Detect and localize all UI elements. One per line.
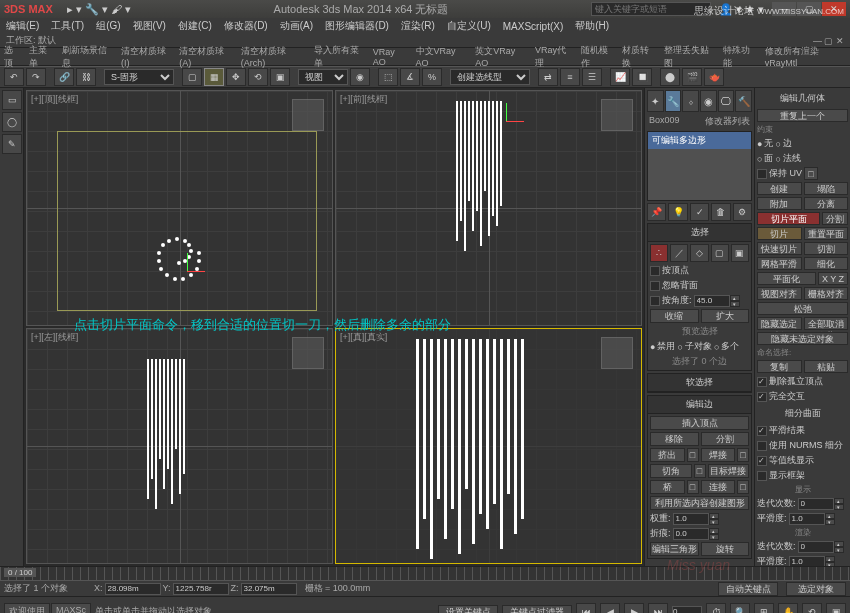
display-tab[interactable]: 🖵 <box>718 90 735 112</box>
detach-button[interactable]: 分离 <box>804 197 849 210</box>
frame-input[interactable] <box>672 606 702 614</box>
render-setup-button[interactable]: 🎬 <box>682 68 702 86</box>
make-planar-button[interactable]: 平面化 <box>757 272 816 285</box>
select-button[interactable]: ▢ <box>182 68 202 86</box>
tab-item[interactable]: 修改所有渲染vRayMtl <box>765 45 846 68</box>
tab-item[interactable]: 特殊功能 <box>723 44 757 70</box>
menu-maxscript[interactable]: MAXScript(X) <box>503 21 564 32</box>
hide-sel-button[interactable]: 隐藏选定对象 <box>757 317 802 330</box>
hide-unsel-button[interactable]: 隐藏未选定对象 <box>757 332 848 345</box>
pan-button[interactable]: ✋ <box>778 603 798 614</box>
viewport-front[interactable]: [+][前][线框] <box>335 90 642 326</box>
reset-plane-button[interactable]: 重置平面 <box>804 227 849 240</box>
pin-stack-button[interactable]: 📌 <box>647 203 666 221</box>
play-button[interactable]: ▶ <box>624 603 644 614</box>
tab-item[interactable]: 中文VRay AO <box>416 45 468 68</box>
schematic-button[interactable]: 🔲 <box>632 68 652 86</box>
axis-gizmo[interactable] <box>486 101 526 141</box>
rollout-header[interactable]: 选择 <box>648 224 751 242</box>
slice-button[interactable]: 切片 <box>757 227 802 240</box>
coord-x-input[interactable] <box>105 583 161 595</box>
menu-tools[interactable]: 工具(T) <box>51 19 84 33</box>
del-iso-checkbox[interactable] <box>757 377 767 387</box>
copy-button[interactable]: 复制 <box>757 360 802 373</box>
coord-dropdown[interactable]: 视图 <box>298 69 348 85</box>
object-name[interactable]: Box009 <box>649 115 680 128</box>
create-tab[interactable]: ✦ <box>647 90 664 112</box>
insert-vertex-button[interactable]: 插入顶点 <box>650 416 749 430</box>
auto-key-button[interactable]: 自动关键点 <box>718 582 778 596</box>
pivot-button[interactable]: ◉ <box>350 68 370 86</box>
turn-button[interactable]: 旋转 <box>701 542 750 556</box>
viewport-label[interactable]: [+][前][线框] <box>340 93 387 106</box>
weight-spinner[interactable]: ▴▾ <box>673 513 719 525</box>
tab-item[interactable]: VRay AO <box>373 47 408 67</box>
viewcube-icon[interactable] <box>292 99 324 131</box>
scale-button[interactable]: ▣ <box>270 68 290 86</box>
tab-item[interactable]: 清空材质球(Arch) <box>241 45 306 68</box>
mirror-button[interactable]: ⇄ <box>538 68 558 86</box>
snap-button[interactable]: ⬚ <box>378 68 398 86</box>
redo-button[interactable]: ↷ <box>26 68 46 86</box>
menu-edit[interactable]: 编辑(E) <box>6 19 39 33</box>
viewport-top[interactable]: [+][顶][线框] <box>26 90 333 326</box>
tool-lasso-icon[interactable]: ◯ <box>2 112 22 132</box>
set-key-button[interactable]: 设置关键点 <box>438 605 498 614</box>
border-subobj-button[interactable]: ◇ <box>690 244 708 262</box>
show-result-button[interactable]: 💡 <box>668 203 687 221</box>
tab-item[interactable]: 选顶 <box>4 44 21 70</box>
view-align-button[interactable]: 视图对齐 <box>757 287 802 300</box>
configure-button[interactable]: ⚙ <box>733 203 752 221</box>
select-name-button[interactable]: ▦ <box>204 68 224 86</box>
poly-subobj-button[interactable]: ▢ <box>711 244 729 262</box>
bridge-button[interactable]: 桥 <box>650 480 685 494</box>
welcome-tab[interactable]: 欢迎使用 <box>4 603 50 613</box>
unhide-all-button[interactable]: 全部取消隐藏 <box>804 317 849 330</box>
quickslice-button[interactable]: 快速切片 <box>757 242 802 255</box>
crease-spinner[interactable]: ▴▾ <box>673 528 719 540</box>
slice-plane-button[interactable]: 切片平面 <box>757 212 820 225</box>
modifier-item[interactable]: 可编辑多边形 <box>648 132 751 149</box>
motion-tab[interactable]: ◉ <box>700 90 717 112</box>
hierarchy-tab[interactable]: ⬨ <box>682 90 699 112</box>
collapse-button[interactable]: 塌陷 <box>804 182 849 195</box>
angle-snap-button[interactable]: ∡ <box>400 68 420 86</box>
preserve-uv-checkbox[interactable] <box>757 169 767 179</box>
move-button[interactable]: ✥ <box>226 68 246 86</box>
create-shape-button[interactable]: 利用所选内容创建图形 <box>650 496 749 510</box>
viewcube-icon[interactable] <box>601 337 633 369</box>
undo-button[interactable]: ↶ <box>4 68 24 86</box>
key-filters-button[interactable]: 关键点过滤器 <box>502 605 572 614</box>
viewcube-icon[interactable] <box>601 99 633 131</box>
tool-select-icon[interactable]: ▭ <box>2 90 22 110</box>
curve-editor-button[interactable]: 📈 <box>610 68 630 86</box>
tab-item[interactable]: 刷新场景信息 <box>62 44 113 70</box>
maxscript-tab[interactable]: MAXSc <box>51 603 91 613</box>
render-button[interactable]: 🫖 <box>704 68 724 86</box>
modlist-label[interactable]: 修改器列表 <box>705 115 750 128</box>
cut-button[interactable]: 切割 <box>804 242 849 255</box>
connect-button[interactable]: 连接 <box>701 480 736 494</box>
target-weld-button[interactable]: 目标焊接 <box>708 464 750 478</box>
by-angle-checkbox[interactable] <box>650 296 660 306</box>
menu-modifiers[interactable]: 修改器(D) <box>224 19 268 33</box>
layer-button[interactable]: ☰ <box>582 68 602 86</box>
show-cage-checkbox[interactable] <box>757 471 767 481</box>
menu-views[interactable]: 视图(V) <box>133 19 166 33</box>
by-vertex-checkbox[interactable] <box>650 266 660 276</box>
named-sel-dropdown[interactable]: 创建选线型 <box>450 69 530 85</box>
shrink-button[interactable]: 收缩 <box>650 309 699 323</box>
tab-item[interactable]: 导入所有菜单 <box>314 44 365 70</box>
zoom-all-button[interactable]: ⊞ <box>754 603 774 614</box>
weld-button[interactable]: 焊接 <box>701 448 736 462</box>
rollout-header[interactable]: 细分曲面 <box>757 407 848 420</box>
selected-button[interactable]: 选定对象 <box>786 582 846 596</box>
rollout-header[interactable]: 编辑边 <box>648 396 751 414</box>
maximize-vp-button[interactable]: ▣ <box>826 603 846 614</box>
make-unique-button[interactable]: ✓ <box>690 203 709 221</box>
tab-item[interactable]: 清空材质球(A) <box>179 45 233 68</box>
split-checkbox[interactable]: 分割 <box>822 212 848 225</box>
rollout-header[interactable]: 软选择 <box>648 374 751 392</box>
ignore-backfacing-checkbox[interactable] <box>650 281 660 291</box>
tab-item[interactable]: 英文VRay AO <box>475 45 527 68</box>
